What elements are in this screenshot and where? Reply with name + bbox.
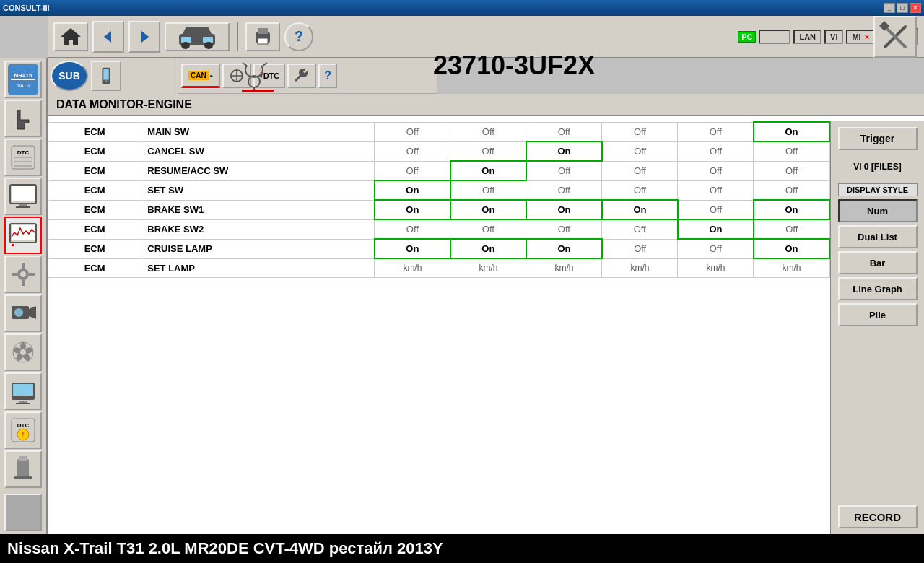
left-sidebar: NR415 NATS DTC [0,58,48,534]
line-graph-button[interactable]: Line Graph [838,277,918,300]
monitor-button[interactable] [4,178,42,215]
close-button[interactable]: × [910,3,921,13]
files-label: VI 0 [FILES] [853,162,902,172]
cell-value: Off [602,122,678,141]
table-row: ECMCANCEL SWOffOffOnOffOffOff [48,141,830,161]
cell-value: Off [754,141,829,161]
svg-text:!: ! [22,431,24,439]
forward-button[interactable] [128,21,160,53]
vi-status: VI [824,30,843,44]
cell-name: CRUISE LAMP [141,239,375,258]
cell-value: Off [526,122,602,141]
pointer-button[interactable] [4,100,42,137]
num-button[interactable]: Num [838,199,918,222]
table-row: ECMBRAKE SW1OnOnOnOnOffOn [48,200,830,219]
monitor-icon [9,182,38,211]
title-bar-controls: _ □ × [884,3,921,13]
table-row: ECMBRAKE SW2OffOffOffOffOnOff [48,219,830,239]
cell-value: Off [754,161,829,180]
fan-button[interactable] [4,333,42,371]
part-number: 23710-3UF2X [433,51,595,81]
cell-name: MAIN SW [141,122,375,141]
nats-icon: NR415 NATS [6,63,40,96]
svg-rect-27 [12,244,14,246]
home-icon [59,25,82,48]
fan-icon [9,338,38,367]
separator [237,22,238,51]
home-button[interactable] [53,22,88,51]
record-button[interactable]: RECORD [838,505,918,528]
active-monitor-button[interactable] [4,217,42,254]
cell-value: Off [602,219,678,239]
svg-rect-52 [17,459,29,478]
content-area: DATA MONITOR-ENGINE ECMMAIN SWOffOffOffO… [48,94,924,534]
cell-value: On [526,200,602,219]
svg-rect-14 [11,79,35,80]
cell-value: On [375,180,450,200]
title-bar-left: CONSULT-III [3,4,50,12]
cell-value: Off [678,180,754,200]
sub-toolbar: SUB [48,58,178,94]
cell-value: On [375,239,450,258]
trigger-button[interactable]: Trigger [838,127,918,150]
svg-rect-32 [12,273,17,276]
svg-rect-33 [29,273,35,276]
help-button[interactable]: ? [284,22,313,51]
dtc2-button[interactable]: DTC ! [4,411,42,449]
pile-button[interactable]: Pile [838,303,918,326]
svg-text:NATS: NATS [17,83,30,88]
dtc-button[interactable]: DTC [4,139,42,176]
can-toolbar: CAN- ⚕DTC ? ! [178,58,437,94]
svg-point-8 [204,42,213,49]
phone-button[interactable] [91,61,121,91]
cell-value: On [450,200,526,219]
nats-button[interactable]: NR415 NATS [4,61,42,98]
cell-value: Off [450,141,526,161]
cell-value: Off [450,219,526,239]
print-button[interactable] [245,22,280,51]
cylinder-button[interactable] [4,450,42,488]
pc-status: PC [738,31,756,43]
ecu-button[interactable] [4,372,42,410]
cell-module: ECM [48,122,141,141]
display-style-label: DISPLAY STYLE [838,183,918,196]
gray-btn[interactable] [4,494,42,531]
dual-list-button[interactable]: Dual List [838,225,918,248]
settings-button[interactable] [4,256,42,293]
svg-rect-5 [181,37,191,43]
cell-value: km/h [526,258,602,277]
svg-rect-54 [19,456,27,461]
phone-icon [97,66,116,86]
can-help-button[interactable]: ? [318,64,337,88]
maximize-button[interactable]: □ [897,3,908,13]
table-row: ECMRESUME/ACC SWOffOnOffOffOffOff [48,161,830,180]
cell-value: On [754,239,829,258]
tools-button[interactable] [873,16,917,58]
svg-point-7 [181,42,190,49]
sub-button[interactable]: SUB [51,61,88,91]
back-button[interactable] [92,21,124,53]
svg-marker-4 [183,27,212,34]
cell-name: BRAKE SW1 [141,200,375,219]
cell-value: Off [526,161,602,180]
cell-value: Off [678,122,754,141]
can-button[interactable]: CAN- [181,64,220,88]
diagnose-button[interactable] [165,22,230,51]
svg-rect-24 [16,206,30,208]
scope-button[interactable] [4,294,42,332]
title-bar: CONSULT-III _ □ × [0,0,924,16]
can-wrench-button[interactable] [287,64,316,88]
svg-text:DTC: DTC [17,149,30,156]
cell-value: On [375,200,450,219]
cell-module: ECM [48,141,141,161]
svg-marker-0 [61,28,81,45]
minimize-button[interactable]: _ [884,3,895,13]
cell-value: km/h [375,258,450,277]
svg-text:DTC: DTC [17,422,30,429]
bottom-text: Nissan X-Trail T31 2.0L MR20DE CVT-4WD р… [7,539,443,558]
bar-button[interactable]: Bar [838,251,918,274]
cell-value: Off [678,200,754,219]
pointer-icon [9,104,38,133]
svg-rect-56 [103,69,108,80]
cell-module: ECM [48,258,141,277]
